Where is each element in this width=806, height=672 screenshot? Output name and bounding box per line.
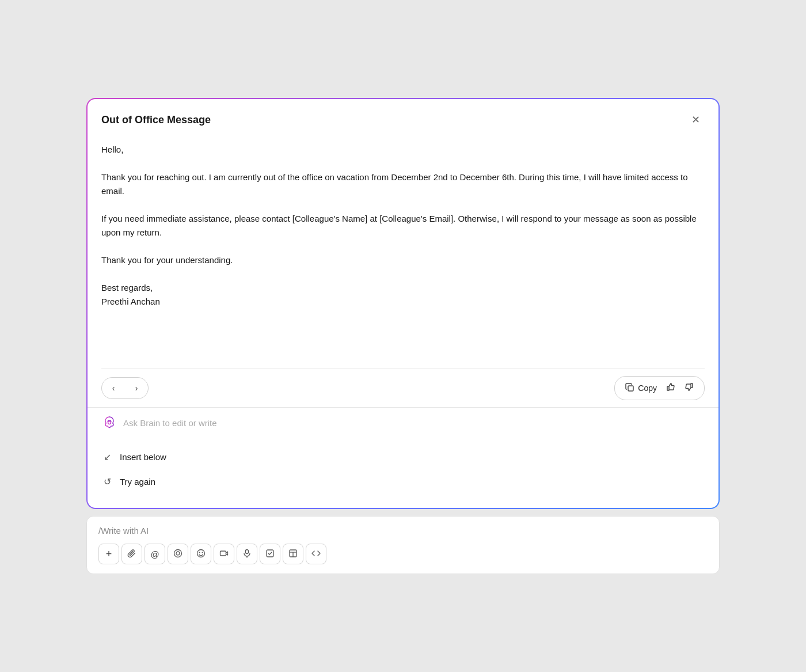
add-button[interactable]: + bbox=[98, 544, 119, 564]
modal-inner: Out of Office Message ✕ Hello, Thank you… bbox=[88, 99, 718, 508]
nav-arrows: ‹ › bbox=[101, 377, 149, 399]
table-button[interactable] bbox=[283, 544, 303, 564]
code-icon bbox=[311, 549, 321, 560]
microphone-button[interactable] bbox=[237, 544, 257, 564]
svg-rect-8 bbox=[246, 549, 249, 553]
navigation-bar: ‹ › bbox=[88, 369, 718, 407]
thumbs-up-button[interactable] bbox=[663, 380, 679, 396]
copy-button[interactable]: Copy bbox=[622, 382, 660, 395]
try-again-icon: ↺ bbox=[101, 476, 113, 487]
ai-input-placeholder: Ask Brain to edit or write bbox=[123, 418, 217, 428]
action-list: ↙ Insert below ↺ Try again bbox=[88, 440, 718, 508]
modal: Out of Office Message ✕ Hello, Thank you… bbox=[86, 98, 720, 509]
next-icon: › bbox=[135, 384, 138, 393]
mention-button[interactable]: @ bbox=[145, 544, 165, 564]
ai-input-row: Ask Brain to edit or write bbox=[101, 415, 705, 431]
tag-button[interactable] bbox=[168, 544, 188, 564]
emoji-button[interactable] bbox=[191, 544, 211, 564]
svg-point-6 bbox=[202, 552, 203, 553]
paperclip-icon bbox=[127, 549, 136, 560]
copy-icon bbox=[625, 383, 634, 394]
brain-icon bbox=[101, 415, 117, 431]
thumbs-up-icon bbox=[666, 382, 675, 394]
video-button[interactable] bbox=[214, 544, 234, 564]
plus-icon: + bbox=[106, 548, 112, 560]
svg-rect-10 bbox=[267, 550, 273, 557]
svg-point-1 bbox=[108, 422, 111, 424]
write-ai-text: /Write with AI bbox=[98, 526, 708, 536]
tag-icon bbox=[173, 549, 183, 560]
greeting: Hello, bbox=[101, 143, 705, 157]
insert-below-item[interactable]: ↙ Insert below bbox=[101, 445, 705, 469]
task-button[interactable] bbox=[260, 544, 280, 564]
video-icon bbox=[219, 549, 229, 560]
closing-line: Best regards, Preethi Anchan bbox=[101, 281, 705, 309]
thumbs-down-button[interactable] bbox=[681, 380, 697, 396]
svg-rect-7 bbox=[220, 551, 226, 556]
emoji-icon bbox=[196, 549, 206, 560]
insert-below-label: Insert below bbox=[120, 452, 166, 462]
svg-point-5 bbox=[199, 552, 200, 553]
try-again-label: Try again bbox=[120, 477, 155, 487]
bottom-bar: /Write with AI + @ bbox=[86, 516, 720, 574]
toolbar-row: + @ bbox=[98, 544, 708, 564]
close-button[interactable]: ✕ bbox=[686, 111, 705, 129]
task-icon bbox=[265, 549, 275, 560]
attachment-button[interactable] bbox=[121, 544, 142, 564]
modal-header: Out of Office Message ✕ bbox=[88, 99, 718, 138]
at-icon: @ bbox=[150, 549, 159, 559]
try-again-item[interactable]: ↺ Try again bbox=[101, 469, 705, 494]
paragraph-2: If you need immediate assistance, please… bbox=[101, 212, 705, 240]
page-wrapper: Out of Office Message ✕ Hello, Thank you… bbox=[0, 0, 806, 672]
table-icon bbox=[288, 549, 298, 560]
modal-content: Hello, Thank you for reaching out. I am … bbox=[88, 138, 718, 369]
svg-point-3 bbox=[176, 552, 180, 555]
paragraph-3: Thank you for your understanding. bbox=[101, 253, 705, 267]
svg-rect-0 bbox=[628, 386, 633, 391]
prev-icon: ‹ bbox=[112, 384, 115, 393]
action-buttons: Copy bbox=[614, 376, 705, 400]
code-button[interactable] bbox=[306, 544, 326, 564]
paragraph-1: Thank you for reaching out. I am current… bbox=[101, 170, 705, 198]
close-icon: ✕ bbox=[691, 113, 700, 126]
modal-container: Out of Office Message ✕ Hello, Thank you… bbox=[86, 98, 720, 574]
ai-input-section: Ask Brain to edit or write bbox=[88, 407, 718, 440]
modal-title: Out of Office Message bbox=[101, 114, 211, 126]
svg-point-2 bbox=[174, 549, 182, 557]
insert-below-icon: ↙ bbox=[101, 451, 113, 462]
mic-icon bbox=[242, 549, 252, 560]
prev-button[interactable]: ‹ bbox=[102, 378, 125, 398]
next-button[interactable]: › bbox=[125, 378, 148, 398]
thumbs-down-icon bbox=[685, 382, 694, 394]
copy-label: Copy bbox=[638, 384, 657, 393]
message-body: Hello, Thank you for reaching out. I am … bbox=[101, 143, 705, 309]
